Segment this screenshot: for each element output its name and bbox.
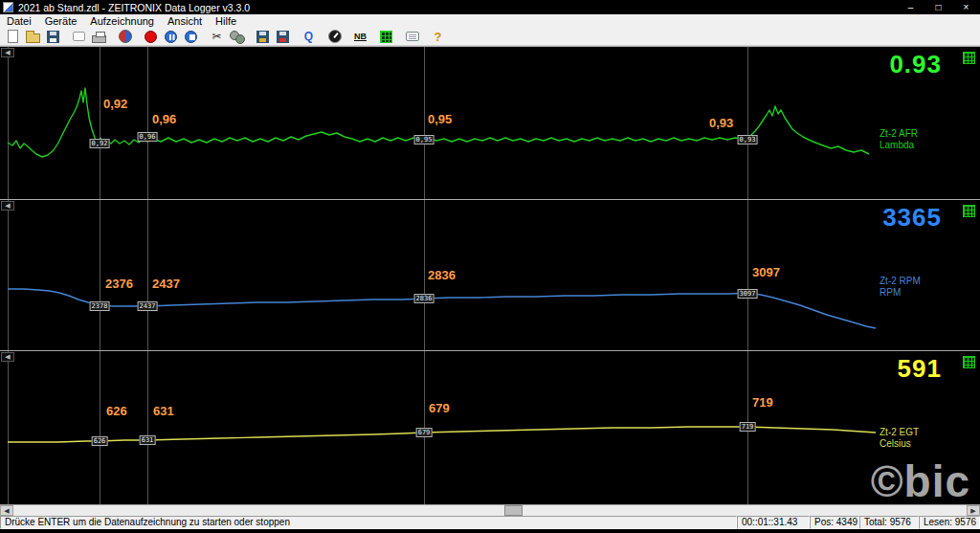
gears-icon: [230, 30, 245, 44]
channel-name: Zt-2 RPM: [880, 276, 921, 287]
maximize-button[interactable]: □: [924, 0, 952, 14]
chart-panel-rpm: ◀ 3365 Zt-2 RPM RPM 23762378243724372836…: [0, 199, 980, 350]
chart-area: ◀ 0.93 Zt-2 AFR Lambda 0,920,920,960,960…: [0, 46, 980, 504]
annotation-tag: 631: [140, 435, 156, 445]
scrollbar-thumb[interactable]: [504, 505, 523, 516]
dashboard-button[interactable]: [324, 29, 345, 45]
minimize-button[interactable]: –: [897, 0, 924, 14]
status-message: Drücke ENTER um die Datenaufzeichnung zu…: [0, 516, 737, 529]
afr-trace: [0, 47, 980, 199]
annotation-tag: 0,95: [414, 135, 434, 144]
channel-name: Zt-2 EGT: [880, 427, 919, 438]
device-settings-icon: [119, 30, 132, 43]
panel-options-icon[interactable]: [963, 356, 975, 368]
new-file-icon: [8, 30, 18, 43]
export-floppy-icon: [256, 31, 269, 43]
toolbar: ✂ Q NB ?: [0, 28, 980, 46]
chart-panel-egt: ◀ 591 Zt-2 EGT Celsius 62662663163167967…: [0, 350, 980, 504]
annotation-label: 0,96: [152, 112, 176, 126]
panel-options-icon[interactable]: [963, 52, 975, 64]
nb-icon: NB: [354, 32, 367, 41]
menu-aufzeichnung[interactable]: Aufzeichnung: [83, 14, 161, 28]
open-folder-icon: [26, 33, 40, 43]
export-image-floppy-icon: [277, 31, 289, 43]
panel-options-icon[interactable]: [963, 205, 975, 217]
annotation-label: 3097: [752, 265, 780, 279]
channel-unit: RPM: [880, 287, 921, 299]
egt-trace: [0, 351, 980, 504]
floppy-icon: [47, 31, 59, 43]
annotation-tag: 2836: [414, 294, 434, 303]
narrowband-button[interactable]: NB: [350, 29, 370, 45]
record-icon: [145, 31, 157, 43]
notes-button[interactable]: [402, 29, 422, 45]
annotation-tag: 0,96: [138, 132, 158, 142]
question-icon: ?: [434, 30, 442, 44]
comment-button[interactable]: [69, 29, 89, 45]
stop-button[interactable]: [181, 29, 201, 45]
annotation-label: 719: [752, 395, 773, 410]
chart-panel-afr: ◀ 0.93 Zt-2 AFR Lambda 0,920,920,960,960…: [0, 46, 980, 199]
speech-bubble-icon: [73, 32, 85, 41]
export-data-button[interactable]: [253, 29, 273, 45]
menu-datei[interactable]: Datei: [0, 14, 38, 28]
rpm-current-value: 3365: [882, 203, 942, 233]
app-icon: [3, 2, 13, 12]
print-button[interactable]: [89, 29, 109, 45]
menu-hilfe[interactable]: Hilfe: [209, 14, 243, 28]
cut-button[interactable]: ✂: [207, 29, 227, 45]
settings-button[interactable]: [227, 29, 247, 45]
close-button[interactable]: ×: [952, 0, 980, 14]
annotation-label: 2376: [105, 277, 133, 291]
new-file-button[interactable]: [3, 29, 23, 45]
help-button[interactable]: ?: [428, 29, 448, 45]
annotation-label: 626: [106, 404, 127, 418]
chart-grid-icon: [380, 31, 392, 43]
stop-icon: [185, 31, 197, 43]
channel-unit: Lambda: [880, 140, 918, 151]
status-position: Pos: 4349: [810, 516, 859, 529]
pause-icon: [165, 31, 177, 43]
annotation-label: 0,95: [428, 112, 452, 126]
annotation-tag: 0,92: [90, 139, 110, 148]
menubar: Datei Geräte Aufzeichnung Ansicht Hilfe: [0, 14, 980, 28]
status-time: 00::01::31.43: [737, 516, 810, 529]
save-file-button[interactable]: [43, 29, 63, 45]
magnifier-q-icon: Q: [304, 30, 313, 43]
scroll-left-arrow[interactable]: ◀: [0, 505, 13, 516]
window-bottom-edge: [0, 529, 980, 533]
record-button[interactable]: [141, 29, 161, 45]
annotation-tag: 0,93: [738, 135, 758, 144]
annotation-label: 0,93: [709, 116, 733, 130]
scissors-icon: ✂: [212, 30, 221, 43]
pause-button[interactable]: [161, 29, 181, 45]
titlebar: 2021 ab Stand.zdl - ZEITRONIX Data Logge…: [0, 0, 980, 14]
panel-scroll-left-button[interactable]: ◀: [1, 352, 14, 362]
annotation-label: 2437: [152, 277, 180, 291]
window-controls: – □ ×: [897, 0, 980, 14]
menu-ansicht[interactable]: Ansicht: [161, 14, 209, 28]
annotation-tag: 2437: [138, 301, 158, 311]
panel-scroll-left-button[interactable]: ◀: [1, 48, 14, 57]
annotation-tag: 3097: [738, 289, 758, 299]
egt-current-value: 591: [898, 354, 942, 384]
horizontal-scrollbar[interactable]: ◀ ▶: [0, 504, 980, 516]
printer-icon: [92, 35, 106, 43]
chart-view-button[interactable]: [376, 29, 396, 45]
annotation-label: 2836: [428, 268, 456, 282]
channel-name: Zt-2 AFR: [880, 128, 918, 140]
export-image-button[interactable]: [273, 29, 293, 45]
rpm-trace: [0, 200, 980, 350]
open-file-button[interactable]: [23, 29, 43, 45]
annotation-tag: 626: [92, 436, 108, 446]
app-window: 2021 ab Stand.zdl - ZEITRONIX Data Logge…: [0, 0, 980, 533]
annotation-label: 679: [429, 401, 450, 415]
status-lesen: Lesen: 9576: [919, 516, 980, 529]
panel-scroll-left-button[interactable]: ◀: [1, 201, 14, 211]
device-settings-button[interactable]: [115, 29, 135, 45]
annotation-label: 0,92: [103, 97, 127, 111]
watermark: ©bic: [871, 455, 970, 507]
zoom-button[interactable]: Q: [299, 29, 319, 45]
menu-geraete[interactable]: Geräte: [38, 14, 84, 28]
afr-channel-label: Zt-2 AFR Lambda: [880, 128, 918, 151]
